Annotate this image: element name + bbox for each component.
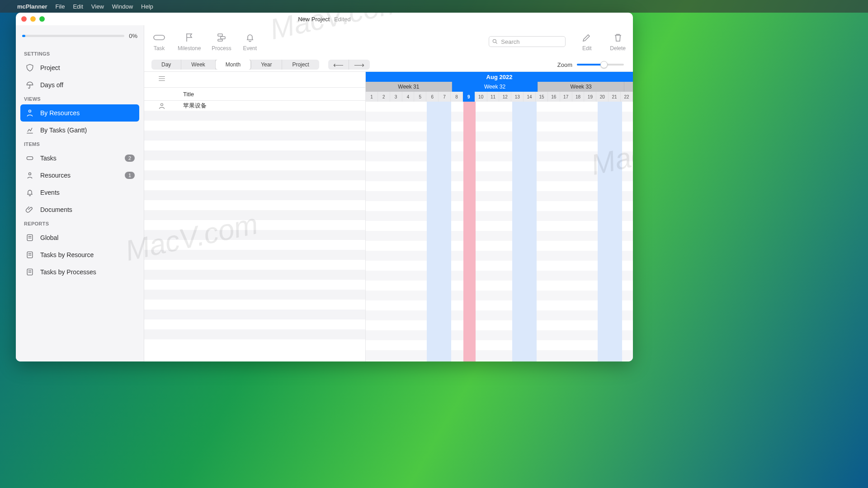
timeline-day[interactable]: 3 [390,92,402,102]
timeline-day[interactable]: 5 [414,92,426,102]
timeline-day[interactable]: 10 [475,92,487,102]
timeline-day[interactable]: 4 [402,92,415,102]
menu-window[interactable]: Window [112,3,133,10]
menu-edit[interactable]: Edit [73,3,83,10]
timeline-grid[interactable] [366,102,633,361]
sidebar-item-global[interactable]: Global [20,229,139,246]
edit-button[interactable]: Edit [579,32,594,52]
timeline-day[interactable]: 13 [511,92,524,102]
search-input[interactable]: Search [489,36,566,47]
new-task-button[interactable]: Task [151,32,167,52]
list-row[interactable] [144,260,365,270]
nav-next-button[interactable]: ⟶ [349,60,370,70]
timeline-day[interactable]: 18 [572,92,585,102]
timeline-day[interactable]: 15 [536,92,548,102]
list-row[interactable] [144,150,365,160]
timescale-week[interactable]: Week [181,60,215,70]
list-row[interactable] [144,121,365,131]
timeline-week[interactable]: Week 32 [452,82,538,92]
timescale-month[interactable]: Month [216,60,251,70]
new-milestone-button[interactable]: Milestone [178,32,201,52]
zoom-label: Zoom [557,61,572,68]
timeline-day[interactable]: 20 [596,92,609,102]
timeline-week[interactable]: Week 33 [538,82,624,92]
list-row[interactable] [144,310,365,319]
sidebar-item-by-resources[interactable]: By Resources [20,104,139,122]
paperclip-icon [25,205,35,215]
list-row[interactable] [144,329,365,339]
list-row[interactable] [144,160,365,170]
app-name[interactable]: mcPlanner [17,3,47,10]
zoom-knob[interactable] [600,61,608,68]
list-row[interactable] [144,230,365,240]
list-row[interactable] [144,210,365,220]
window-title-text: New Project [298,16,330,23]
timeline-pane: Aug 2022 Week 31Week 32Week 33 123456789… [366,72,633,361]
timescale-year[interactable]: Year [251,60,282,70]
list-row[interactable] [144,200,365,210]
sidebar-item-by-tasks-gantt[interactable]: By Tasks (Gantt) [20,122,139,139]
sidebar-item-events[interactable]: Events [20,184,139,201]
new-event-button[interactable]: Event [242,32,258,52]
list-row[interactable] [144,290,365,300]
timeline-day[interactable]: 6 [426,92,439,102]
list-row-title: 苹果设备 [179,102,365,110]
sidebar-item-documents[interactable]: Documents [20,201,139,218]
delete-button[interactable]: Delete [610,32,626,52]
sidebar-item-resources[interactable]: Resources 1 [20,167,139,184]
list-row[interactable] [144,319,365,329]
task-icon [25,153,35,163]
sidebar-item-label: Events [40,189,60,196]
column-title[interactable]: Title [179,91,365,98]
timeline-day[interactable]: 11 [487,92,500,102]
timeline-week[interactable]: Week 31 [366,82,452,92]
svg-rect-4 [27,252,33,258]
zoom-slider[interactable] [577,64,624,66]
timeline-day[interactable]: 16 [548,92,560,102]
list-row[interactable] [144,250,365,260]
svg-rect-7 [218,34,222,36]
timeline-day[interactable]: 22 [621,92,633,102]
sidebar-item-tasks-by-processes[interactable]: Tasks by Processes [20,263,139,281]
list-view-icon[interactable] [158,75,166,84]
list-row[interactable] [144,170,365,180]
section-reports: REPORTS [24,221,136,226]
sidebar-item-days-off[interactable]: Days off [20,76,139,94]
timeline-day[interactable]: 9 [463,92,475,102]
list-row[interactable] [144,141,365,150]
sidebar-item-tasks-by-resource[interactable]: Tasks by Resource [20,246,139,263]
timeline-day[interactable]: 12 [499,92,511,102]
list-row[interactable] [144,240,365,250]
list-row[interactable] [144,190,365,200]
list-row[interactable] [144,270,365,280]
sidebar-item-project[interactable]: Project [20,59,139,76]
list-row[interactable] [144,111,365,121]
menu-view[interactable]: View [91,3,104,10]
timeline-day[interactable]: 7 [439,92,451,102]
list-row[interactable] [144,220,365,230]
timescale-project[interactable]: Project [282,60,319,70]
timeline-days: 12345678910111213141516171819202122 [366,92,633,102]
nav-prev-button[interactable]: ⟵ [328,60,349,70]
timeline-day[interactable]: 1 [366,92,378,102]
menu-help[interactable]: Help [141,3,153,10]
task-pill-icon [151,32,167,43]
svg-point-10 [493,39,496,42]
timeline-day[interactable]: 19 [584,92,596,102]
timescale-day[interactable]: Day [151,60,181,70]
timeline-day[interactable]: 14 [524,92,536,102]
menu-file[interactable]: File [55,3,65,10]
list-row[interactable]: 苹果设备 [144,101,365,111]
list-row[interactable] [144,180,365,190]
timeline-day[interactable]: 8 [451,92,463,102]
timeline-nav: ⟵ ⟶ [328,60,370,70]
timeline-day[interactable]: 17 [560,92,572,102]
new-process-button[interactable]: Process [212,32,231,52]
timeline-day[interactable]: 2 [378,92,390,102]
svg-point-11 [161,103,163,106]
timeline-day[interactable]: 21 [609,92,621,102]
list-row[interactable] [144,131,365,141]
sidebar-item-tasks[interactable]: Tasks 2 [20,150,139,167]
list-row[interactable] [144,280,365,290]
list-row[interactable] [144,300,365,310]
